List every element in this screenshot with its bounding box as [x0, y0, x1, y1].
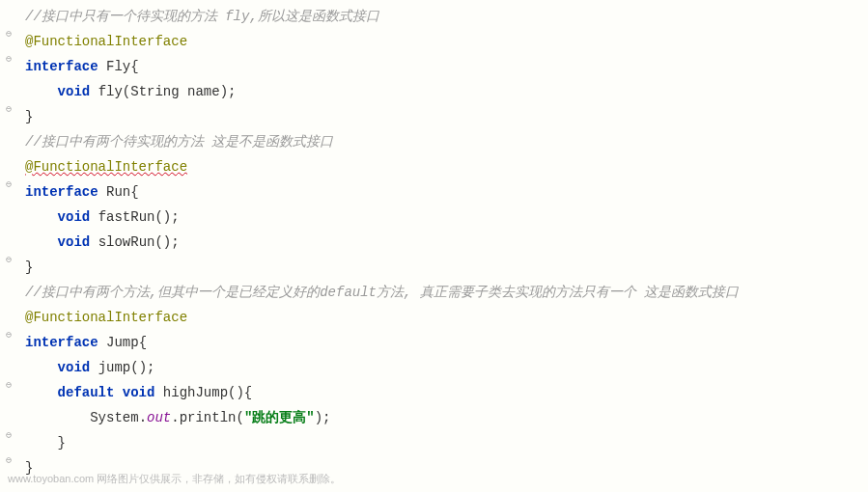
code-line: void fastRun(); — [17, 205, 868, 230]
annotation: @FunctionalInterface — [25, 34, 187, 49]
fold-icon[interactable]: ⊖ — [4, 29, 14, 39]
fold-icon[interactable]: ⊖ — [4, 380, 14, 390]
comment: //接口中只有一个待实现的方法 fly,所以这是函数式接口 — [25, 9, 379, 24]
code-line: //接口中有两个方法,但其中一个是已经定义好的default方法, 真正需要子类… — [17, 280, 868, 305]
method-name: highJump — [163, 385, 228, 400]
brace: } — [25, 109, 33, 124]
string-literal: "跳的更高" — [244, 410, 315, 425]
code-line: //接口中只有一个待实现的方法 fly,所以这是函数式接口 — [17, 4, 868, 29]
keyword: interface — [25, 59, 106, 74]
code-line: //接口中有两个待实现的方法 这是不是函数式接口 — [17, 129, 868, 154]
annotation-error: @FunctionalInterface — [25, 159, 187, 175]
fold-icon[interactable]: ⊖ — [4, 430, 14, 440]
keyword: interface — [25, 335, 106, 350]
keyword: void — [58, 209, 98, 225]
code-line: } — [17, 255, 868, 280]
code-line: interface Fly{ — [17, 54, 868, 79]
method-name: fastRun — [98, 209, 155, 225]
keyword: void — [58, 84, 98, 99]
code-line: @FunctionalInterface — [17, 29, 868, 54]
keyword: void — [58, 360, 98, 375]
code-line: @FunctionalInterface — [17, 154, 868, 179]
class-name: Fly — [106, 59, 130, 74]
code-line: interface Run{ — [17, 179, 868, 205]
method-name: jump — [98, 360, 131, 375]
fold-icon[interactable]: ⊖ — [4, 54, 14, 64]
fold-icon[interactable]: ⊖ — [4, 330, 14, 340]
gutter: ⊖ ⊖ ⊖ ⊖ ⊖ ⊖ ⊖ ⊖ ⊖ — [0, 0, 17, 492]
brace: { — [139, 335, 147, 350]
code-text: System. — [90, 410, 147, 425]
code-line: } — [17, 104, 868, 129]
fold-icon[interactable]: ⊖ — [4, 104, 14, 114]
code-editor: ⊖ ⊖ ⊖ ⊖ ⊖ ⊖ ⊖ ⊖ ⊖ //接口中只有一个待实现的方法 fly,所以… — [0, 0, 868, 492]
brace: } — [58, 435, 66, 451]
code-line: default void highJump(){ — [17, 380, 868, 405]
brace: { — [130, 184, 138, 200]
annotation: @FunctionalInterface — [25, 310, 187, 325]
fold-icon[interactable]: ⊖ — [4, 179, 14, 189]
watermark: www.toyoban.com 网络图片仅供展示，非存储，如有侵权请联系删除。 — [8, 472, 341, 486]
params: (); — [154, 209, 179, 225]
code-line: System.out.println("跳的更高"); — [17, 405, 868, 430]
keyword: default void — [58, 385, 163, 400]
code-line: void fly(String name); — [17, 79, 868, 104]
method-name: slowRun — [98, 234, 155, 250]
brace: { — [130, 59, 138, 74]
brace: } — [25, 260, 33, 275]
static-field: out — [147, 410, 171, 425]
keyword: interface — [25, 184, 106, 200]
code-area[interactable]: //接口中只有一个待实现的方法 fly,所以这是函数式接口 @Functiona… — [17, 0, 868, 492]
code-line: void jump(); — [17, 355, 868, 380]
code-line: @FunctionalInterface — [17, 305, 868, 330]
code-line: interface Jump{ — [17, 330, 868, 355]
code-line: void slowRun(); — [17, 230, 868, 255]
class-name: Jump — [106, 335, 139, 350]
keyword: void — [58, 234, 98, 250]
fold-icon[interactable]: ⊖ — [4, 455, 14, 465]
params: (); — [130, 360, 154, 375]
comment: //接口中有两个方法,但其中一个是已经定义好的default方法, 真正需要子类… — [25, 285, 739, 300]
code-text: .println( — [171, 410, 244, 425]
comment: //接口中有两个待实现的方法 这是不是函数式接口 — [25, 134, 333, 150]
method-name: fly — [98, 84, 123, 99]
params: (){ — [228, 385, 252, 400]
params: (); — [154, 234, 179, 250]
code-text: ); — [315, 410, 331, 425]
class-name: Run — [106, 184, 130, 200]
params: (String name); — [123, 84, 237, 99]
fold-icon[interactable]: ⊖ — [4, 255, 14, 264]
code-line: } — [17, 430, 868, 455]
